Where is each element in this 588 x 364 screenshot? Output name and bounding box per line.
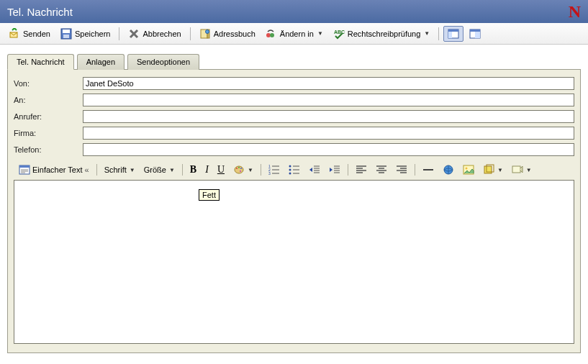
row-phone: Telefon: <box>14 143 574 156</box>
ordered-list-button[interactable]: 123 <box>265 162 284 178</box>
align-right-icon <box>396 164 407 176</box>
novell-logo: N <box>569 2 581 22</box>
dropdown-arrow-icon: ▼ <box>424 30 430 37</box>
addressbook-icon <box>199 28 211 40</box>
symbol-button[interactable]: ▼ <box>508 162 535 178</box>
save-icon <box>60 28 72 40</box>
hr-button[interactable] <box>419 162 438 178</box>
svg-point-27 <box>240 170 241 172</box>
font-label: Schrift <box>104 165 127 174</box>
company-input[interactable] <box>83 127 574 140</box>
svg-rect-14 <box>448 32 452 38</box>
separator <box>96 164 97 176</box>
symbol-icon <box>512 164 523 176</box>
bold-button[interactable]: B <box>186 162 200 178</box>
tabs: Tel. Nachricht Anlagen Sendeoptionen <box>7 53 581 69</box>
cancel-button[interactable]: Abbrechen <box>124 26 185 42</box>
caller-input[interactable] <box>83 110 574 123</box>
dropdown-arrow-icon: ▼ <box>317 30 323 37</box>
spellcheck-button[interactable]: ABC Rechtschreibprüfung ▼ <box>329 26 434 42</box>
row-from: Von: <box>14 77 574 90</box>
view-mode-1-button[interactable] <box>443 26 463 42</box>
font-button[interactable]: Schrift ▼ <box>101 163 139 176</box>
outdent-button[interactable] <box>305 162 324 178</box>
addressbook-button[interactable]: Adressbuch <box>195 26 260 42</box>
to-input[interactable] <box>83 94 574 106</box>
separator <box>415 164 415 176</box>
svg-point-26 <box>240 168 242 169</box>
from-input[interactable] <box>83 77 574 90</box>
page-content: Tel. Nachricht Anlagen Sendeoptionen Von… <box>0 45 588 353</box>
svg-rect-19 <box>19 165 30 168</box>
changein-label: Ändern in <box>280 29 314 38</box>
svg-rect-17 <box>475 32 480 38</box>
outdent-icon <box>309 164 320 176</box>
align-left-icon <box>356 164 367 176</box>
chevrons-left-icon: « <box>85 165 89 174</box>
link-button[interactable] <box>439 162 458 178</box>
view-mode-2-button[interactable] <box>465 26 485 42</box>
align-center-icon <box>376 164 387 176</box>
phone-input[interactable] <box>83 143 574 156</box>
indent-button[interactable] <box>325 162 344 178</box>
font-color-icon <box>233 164 245 176</box>
svg-rect-3 <box>63 35 69 38</box>
align-center-button[interactable] <box>372 162 391 178</box>
svg-point-63 <box>465 168 467 170</box>
svg-rect-13 <box>448 29 458 32</box>
save-button[interactable]: Speichern <box>56 26 115 42</box>
image-button[interactable] <box>459 162 478 178</box>
align-left-button[interactable] <box>352 162 371 178</box>
font-color-button[interactable]: ▼ <box>230 162 257 178</box>
underline-button[interactable]: U <box>214 162 228 178</box>
dropdown-arrow-icon: ▼ <box>130 167 135 173</box>
dropdown-arrow-icon: ▼ <box>526 167 532 173</box>
titlebar: Tel. Nachricht N <box>0 0 588 23</box>
main-toolbar: Senden Speichern Abbrechen Adressbuch Än… <box>0 23 588 45</box>
ordered-list-icon: 123 <box>268 164 280 176</box>
hr-icon <box>422 164 434 176</box>
send-icon <box>9 28 20 40</box>
text-mode-icon <box>19 164 30 176</box>
separator <box>261 164 261 176</box>
view-split-icon <box>469 28 481 40</box>
size-label: Größe <box>144 165 166 174</box>
changein-button[interactable]: Ändern in ▼ <box>261 26 327 42</box>
underline-icon: U <box>217 164 225 176</box>
svg-rect-66 <box>512 166 520 173</box>
view-panel-icon <box>448 28 459 40</box>
svg-point-24 <box>236 168 238 169</box>
unordered-list-button[interactable] <box>285 162 304 178</box>
send-button[interactable]: Senden <box>4 26 55 42</box>
tab-message[interactable]: Tel. Nachricht <box>7 54 74 70</box>
save-label: Speichern <box>75 29 111 38</box>
message-body[interactable]: Fett <box>14 180 574 344</box>
tab-attachments[interactable]: Anlagen <box>77 54 125 70</box>
to-label: An: <box>14 96 83 104</box>
align-right-button[interactable] <box>392 162 411 178</box>
svg-rect-16 <box>470 29 480 32</box>
text-mode-button[interactable]: Einfacher Text « <box>15 162 93 178</box>
from-label: Von: <box>14 79 83 88</box>
cancel-label: Abbrechen <box>143 29 181 38</box>
separator <box>438 27 439 40</box>
row-caller: Anrufer: <box>14 110 574 123</box>
caller-label: Anrufer: <box>14 112 83 121</box>
background-color-button[interactable]: ▼ <box>479 162 507 178</box>
changein-icon <box>266 28 277 40</box>
svg-text:ABC: ABC <box>334 29 345 35</box>
link-icon <box>443 164 454 176</box>
row-company: Firma: <box>14 127 574 140</box>
indent-icon <box>329 164 340 176</box>
send-label: Senden <box>23 29 50 38</box>
italic-icon: I <box>205 164 209 176</box>
italic-button[interactable]: I <box>202 162 212 178</box>
bold-icon: B <box>190 164 196 176</box>
size-button[interactable]: Größe ▼ <box>140 163 178 176</box>
spellcheck-icon: ABC <box>333 28 345 40</box>
svg-point-25 <box>238 167 240 168</box>
tab-sendoptions[interactable]: Sendeoptionen <box>127 54 199 70</box>
dropdown-arrow-icon: ▼ <box>248 167 253 173</box>
svg-point-36 <box>289 173 291 175</box>
svg-rect-2 <box>63 29 70 33</box>
